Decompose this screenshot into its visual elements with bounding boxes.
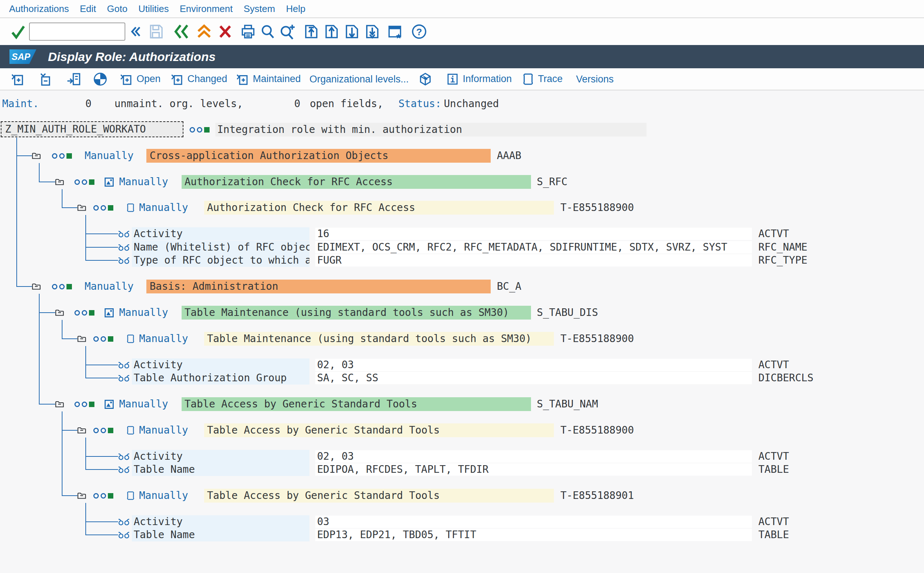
- menu-item-environment[interactable]: Environment: [180, 3, 233, 14]
- next-page-icon[interactable]: [344, 23, 360, 39]
- field-display-icon[interactable]: [118, 374, 130, 382]
- field-display-icon[interactable]: [118, 244, 130, 251]
- maintenance-type-label: Manually: [119, 398, 168, 411]
- package-button[interactable]: [418, 72, 433, 87]
- status-circle-icon: [93, 428, 99, 433]
- trace-button[interactable]: Trace: [522, 72, 562, 86]
- folder-icon[interactable]: [77, 335, 86, 343]
- menu-item-system[interactable]: System: [244, 3, 275, 14]
- authorization-icon[interactable]: [126, 334, 135, 344]
- where-used-button[interactable]: [66, 72, 81, 86]
- menu-item-help[interactable]: Help: [286, 3, 305, 14]
- command-field[interactable]: [29, 22, 125, 41]
- field-value[interactable]: 02, 03: [315, 359, 752, 371]
- menu-item-utilities[interactable]: Utilities: [138, 3, 169, 14]
- information-button[interactable]: i Information: [446, 73, 512, 86]
- folder-icon[interactable]: [77, 427, 86, 434]
- status-green-square-icon: [108, 428, 113, 433]
- field-display-icon[interactable]: [118, 466, 130, 473]
- open-button[interactable]: Open: [119, 72, 161, 86]
- field-value[interactable]: EDIMEXT, OCS_CRM, RFC2, RFC_METADATA, SD…: [315, 241, 752, 254]
- back-icon[interactable]: [174, 24, 190, 39]
- field-value[interactable]: 03: [315, 516, 752, 528]
- folder-icon[interactable]: [77, 492, 86, 499]
- tree-line: [16, 286, 32, 287]
- versions-button[interactable]: Versions: [576, 74, 614, 85]
- field-technical-name: ACTVT: [758, 450, 789, 463]
- expand-open-icon: [119, 72, 133, 86]
- field-display-icon[interactable]: [118, 257, 130, 264]
- organizational-levels-button[interactable]: Organizational levels...: [309, 74, 409, 85]
- field-value[interactable]: EDIPOA, RFCDES, TAPLT, TFDIR: [315, 463, 752, 476]
- auth-description[interactable]: Table Access by Generic Standard Tools: [204, 423, 554, 437]
- maintained-button[interactable]: Maintained: [235, 72, 301, 86]
- object-description[interactable]: Authorization Check for RFC Access: [182, 175, 531, 189]
- field-display-icon[interactable]: [118, 531, 130, 539]
- status-green-square-icon: [108, 336, 113, 342]
- class-description[interactable]: Cross-application Authorization Objects: [146, 149, 491, 163]
- tree-line: [85, 521, 118, 522]
- changed-button[interactable]: Changed: [170, 72, 227, 86]
- exit-icon[interactable]: [196, 24, 212, 39]
- field-technical-name: ACTVT: [758, 515, 789, 528]
- folder-icon[interactable]: [55, 178, 64, 186]
- folder-icon[interactable]: [77, 204, 86, 211]
- application-toolbar: Open Changed Maintained Organizational l…: [0, 68, 924, 91]
- field-value[interactable]: 02, 03: [315, 450, 752, 463]
- menu-item-authorizations[interactable]: Authorizations: [9, 3, 69, 14]
- field-value[interactable]: 16: [315, 228, 752, 240]
- field-value[interactable]: FUGR: [315, 254, 752, 266]
- first-page-icon[interactable]: [304, 23, 319, 39]
- object-description[interactable]: Table Access by Generic Standard Tools: [182, 397, 531, 411]
- field-value[interactable]: EDP13, EDP21, TBD05, TFTIT: [315, 529, 752, 541]
- status-circle-icon: [100, 205, 106, 211]
- collapse-command-icon[interactable]: [130, 25, 142, 38]
- class-description[interactable]: Basis: Administration: [146, 280, 491, 293]
- maintenance-type-label: Manually: [139, 424, 188, 437]
- auth-description[interactable]: Authorization Check for RFC Access: [204, 201, 554, 214]
- new-session-icon[interactable]: [387, 24, 403, 39]
- authorization-object-icon[interactable]: [105, 400, 114, 409]
- tree-line: [62, 430, 77, 431]
- object-technical-name: S_TABU_DIS: [537, 306, 598, 319]
- node-status-icons: [93, 492, 113, 499]
- maintenance-type-label: Manually: [85, 280, 134, 293]
- folder-icon[interactable]: [32, 152, 41, 160]
- folder-icon[interactable]: [55, 309, 64, 316]
- harvey-ball-button[interactable]: [93, 72, 108, 86]
- authorization-object-icon[interactable]: [105, 178, 114, 187]
- confirm-check-icon[interactable]: [10, 24, 26, 39]
- auth-description[interactable]: Table Access by Generic Standard Tools: [204, 489, 554, 503]
- auth-technical-name: T-E855188900: [561, 424, 634, 437]
- menu-item-edit[interactable]: Edit: [80, 3, 96, 14]
- field-display-icon[interactable]: [118, 518, 130, 525]
- authorization-icon[interactable]: [126, 490, 135, 501]
- last-page-icon[interactable]: [365, 23, 380, 39]
- collapse-node-button[interactable]: [38, 72, 53, 86]
- object-description[interactable]: Table Maintenance (using standard tools …: [182, 306, 531, 319]
- cancel-icon[interactable]: [218, 24, 232, 39]
- menu-item-goto[interactable]: Goto: [107, 3, 127, 14]
- package-icon: [418, 72, 433, 87]
- field-display-icon[interactable]: [118, 361, 130, 369]
- help-icon[interactable]: ?: [411, 23, 427, 39]
- print-icon[interactable]: [240, 24, 256, 39]
- find-next-icon[interactable]: [279, 23, 296, 39]
- authorization-object-icon[interactable]: [105, 308, 114, 317]
- field-value[interactable]: SA, SC, SS: [315, 372, 752, 384]
- authorization-icon[interactable]: [126, 203, 135, 213]
- sap-logo: SAP: [9, 49, 36, 64]
- status-circle-icon: [82, 310, 87, 316]
- field-display-icon[interactable]: [118, 453, 130, 460]
- expand-node-button[interactable]: [10, 72, 25, 86]
- previous-page-icon[interactable]: [324, 23, 339, 39]
- field-display-icon[interactable]: [118, 230, 130, 238]
- role-name-box[interactable]: Z_MIN_AUTH_ROLE_WORKATO: [1, 121, 183, 137]
- save-icon[interactable]: [148, 24, 163, 39]
- authorization-icon[interactable]: [126, 425, 135, 435]
- maintenance-type-label: Manually: [139, 332, 188, 345]
- folder-icon[interactable]: [32, 283, 41, 290]
- folder-icon[interactable]: [55, 401, 64, 408]
- find-icon[interactable]: [260, 24, 275, 39]
- auth-description[interactable]: Table Maintenance (using standard tools …: [204, 332, 554, 346]
